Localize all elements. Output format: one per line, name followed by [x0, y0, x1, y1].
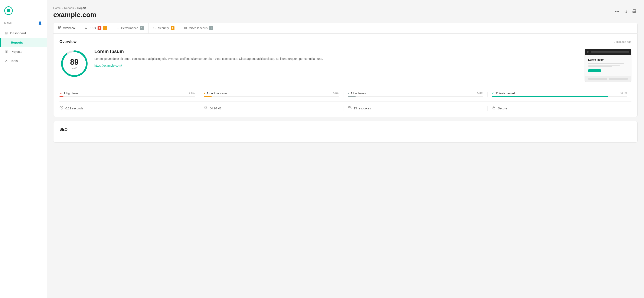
sidebar-item-label-tools: Tools [10, 59, 18, 63]
time-icon [60, 106, 63, 111]
stat-time: 0.11 seconds [60, 106, 199, 111]
tab-security-label: Security [158, 26, 169, 30]
tools-icon: ✕ [5, 59, 8, 63]
dashboard-icon: ⊞ [5, 31, 8, 35]
score-max: 100 [70, 66, 78, 69]
seo-badge-red: 1 [98, 26, 102, 30]
preview-footer-block-2 [609, 78, 628, 80]
account-icon[interactable]: 👤 [38, 21, 42, 25]
sidebar-item-projects[interactable]: ◫ Projects [0, 47, 47, 56]
tab-performance[interactable]: Performance 1 [112, 23, 149, 33]
medium-issue-text: 2 medium issues [207, 92, 228, 95]
logo-icon [4, 6, 13, 15]
projects-icon: ◫ [5, 50, 8, 54]
medium-issue-icon: ■ [204, 91, 205, 95]
refresh-button[interactable]: ↺ [623, 8, 629, 15]
passed-icon: ✓ [492, 92, 494, 95]
header-actions: ••• ↺ [614, 8, 638, 15]
medium-issue-pct: 5.6% [333, 92, 339, 95]
preview-footer [585, 76, 631, 82]
issues-row: ▲ 1 high issue 2.8% ■ 2 medium issues 5.… [60, 87, 632, 97]
page-header: Home › Reports › Report example.com ••• … [53, 6, 638, 19]
page-title: example.com [53, 11, 96, 19]
overview-section-title: Overview [60, 39, 76, 44]
breadcrumb-reports[interactable]: Reports [64, 6, 74, 9]
passed-text: 31 tests passed [496, 92, 515, 95]
performance-tab-icon [116, 26, 120, 30]
report-url[interactable]: https://example.com/ [94, 64, 122, 67]
logo-area [0, 4, 47, 19]
high-issue-fill [60, 96, 64, 97]
preview-url-bar [591, 51, 629, 52]
svg-rect-2 [5, 43, 7, 43]
print-button[interactable] [631, 8, 638, 15]
svg-rect-7 [58, 27, 60, 28]
low-issue-fill [348, 96, 356, 97]
preview-header-bar [585, 49, 631, 55]
preview-title: Lorem Ipsum [588, 58, 628, 61]
menu-label-area: MENU 👤 [0, 19, 47, 27]
svg-point-23 [348, 107, 349, 107]
main-content: Home › Reports › Report example.com ••• … [47, 0, 644, 298]
seo-badge-yellow: 1 [103, 26, 107, 30]
svg-point-24 [350, 107, 351, 107]
tab-overview-label: Overview [63, 26, 75, 30]
breadcrumb: Home › Reports › Report [53, 6, 96, 9]
performance-badge: 1 [140, 26, 144, 30]
sidebar-item-label-dashboard: Dashboard [10, 31, 26, 35]
issue-medium-label: ■ 2 medium issues 5.6% [204, 91, 339, 95]
svg-point-15 [185, 27, 186, 28]
stat-secure: Secure [488, 106, 632, 111]
stat-resources-value: 15 resources [354, 107, 371, 110]
menu-label: MENU [4, 22, 12, 25]
stat-size-value: 54.26 kB [210, 107, 221, 110]
passed-track [492, 96, 628, 97]
tab-security[interactable]: Security 1 [149, 23, 179, 33]
sidebar-item-dashboard[interactable]: ⊞ Dashboard [0, 28, 47, 38]
stat-time-value: 0.11 seconds [66, 107, 83, 110]
sidebar-item-label-reports: Reports [11, 41, 23, 44]
tab-overview[interactable]: Overview [54, 23, 80, 33]
report-title: Lorem Ipsum [94, 49, 580, 54]
title-area: Home › Reports › Report example.com [53, 6, 96, 19]
tabs-bar: Overview SEO 1 1 Performance 1 Security … [53, 23, 638, 33]
tab-misc-label: Miscellaneous [189, 26, 208, 30]
seo-section-title: SEO [60, 127, 68, 132]
stat-resources: 15 resources [343, 106, 488, 111]
low-issue-pct: 5.6% [477, 92, 483, 95]
sidebar-item-tools[interactable]: ✕ Tools [0, 56, 47, 65]
sidebar-item-label-projects: Projects [11, 50, 22, 53]
security-badge: 1 [171, 26, 174, 30]
low-issue-text: 2 low issues [351, 92, 366, 95]
preview-line-2 [588, 65, 620, 65]
breadcrumb-sep-1: › [62, 6, 63, 9]
preview-footer-block-1 [588, 78, 607, 80]
issue-passed-label: ✓ 31 tests passed 86.1% [492, 92, 628, 95]
tab-seo-label: SEO [90, 26, 96, 30]
svg-rect-1 [5, 42, 8, 42]
issue-low: ● 2 low issues 5.6% [343, 91, 488, 97]
size-icon [204, 106, 208, 111]
high-issue-icon: ▲ [60, 91, 62, 95]
tab-seo[interactable]: SEO 1 1 [80, 23, 112, 33]
issue-high: ▲ 1 high issue 2.8% [60, 91, 199, 97]
score-circle: 89 100 [60, 49, 89, 78]
reports-icon [5, 40, 8, 44]
breadcrumb-home[interactable]: Home [53, 6, 61, 9]
tab-performance-label: Performance [121, 26, 138, 30]
logo-inner [7, 9, 10, 12]
overview-card: Overview 7 minutes ago 89 100 Lorem Ipsu… [53, 33, 638, 117]
svg-line-21 [61, 108, 62, 108]
svg-rect-9 [58, 28, 60, 29]
tab-miscellaneous[interactable]: Miscellaneous 1 [179, 23, 218, 33]
sidebar-item-reports[interactable]: Reports [0, 38, 47, 47]
more-options-button[interactable]: ••• [614, 8, 620, 15]
report-info: Lorem Ipsum Lorem ipsum dolor sit amet, … [94, 49, 580, 67]
high-issue-track [60, 96, 195, 97]
svg-point-22 [349, 106, 350, 108]
svg-line-12 [87, 28, 88, 29]
breadcrumb-sep-2: › [75, 6, 76, 9]
site-preview: Lorem Ipsum [584, 49, 632, 82]
preview-dot [587, 51, 588, 53]
high-issue-text: 1 high issue [64, 92, 78, 95]
